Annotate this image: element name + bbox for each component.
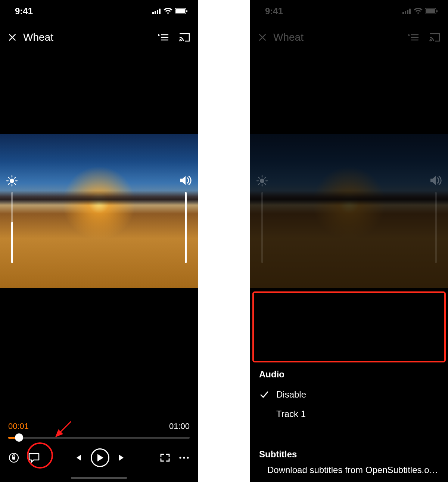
battery-icon [175, 8, 187, 14]
subtitles-section-title: Subtitles [250, 442, 448, 465]
svg-rect-20 [426, 9, 435, 13]
audio-option-label: Disable [276, 389, 306, 400]
status-bar: 9:41 [250, 0, 448, 19]
status-time: 9:41 [15, 6, 33, 16]
svg-rect-17 [407, 10, 408, 14]
cellular-signal-icon [152, 8, 161, 14]
close-icon[interactable] [7, 33, 17, 42]
svg-rect-21 [436, 10, 438, 12]
svg-rect-2 [157, 10, 158, 14]
download-subtitles-option[interactable]: Download subtitles from OpenSubtitles.or… [250, 465, 448, 475]
audio-option-track1[interactable]: Track 1 [250, 404, 448, 424]
annotation-arrow-icon [52, 419, 75, 442]
svg-rect-5 [175, 9, 185, 13]
next-track-icon[interactable] [118, 453, 127, 462]
video-title: Wheat [23, 31, 53, 43]
svg-rect-10 [12, 457, 15, 460]
phone-screenshot-playing: 9:41 Wheat [0, 0, 198, 482]
current-time-label: 00:01 [8, 421, 29, 431]
wifi-icon [414, 8, 423, 15]
cast-icon[interactable] [429, 33, 441, 42]
player-header: Wheat [0, 19, 198, 43]
cast-icon[interactable] [178, 33, 190, 42]
svg-rect-3 [159, 9, 161, 14]
screenshot-divider [198, 0, 250, 482]
svg-point-13 [187, 457, 189, 458]
svg-point-11 [179, 457, 181, 458]
status-bar: 9:41 [0, 0, 198, 19]
phone-screenshot-audio-panel: 9:41 Wheat [250, 0, 448, 482]
svg-rect-0 [152, 12, 154, 14]
playlist-icon[interactable] [158, 33, 169, 42]
playlist-icon[interactable] [408, 33, 419, 42]
more-icon[interactable] [178, 456, 190, 460]
battery-icon [425, 8, 438, 14]
rotation-lock-icon[interactable] [8, 452, 19, 463]
status-time: 9:41 [265, 6, 283, 16]
svg-point-12 [183, 457, 185, 458]
checkmark-icon [259, 391, 270, 398]
video-frame [250, 134, 448, 288]
svg-rect-16 [405, 11, 406, 14]
annotation-circle [27, 442, 53, 469]
tracks-panel: Audio Disable Track 1 Subtitles Download… [250, 362, 448, 482]
annotation-box [252, 291, 446, 362]
close-icon[interactable] [258, 33, 267, 42]
fullscreen-icon[interactable] [160, 453, 170, 462]
audio-option-label: Track 1 [276, 409, 306, 419]
video-frame[interactable] [0, 134, 198, 288]
home-indicator[interactable] [71, 477, 127, 479]
svg-rect-6 [186, 10, 187, 12]
video-title: Wheat [273, 31, 304, 43]
seek-bar[interactable] [8, 435, 190, 440]
previous-track-icon[interactable] [74, 453, 83, 462]
svg-point-22 [429, 40, 431, 41]
player-header: Wheat [250, 19, 448, 43]
audio-option-disable[interactable]: Disable [250, 385, 448, 404]
audio-section-title: Audio [250, 362, 448, 385]
cellular-signal-icon [402, 8, 411, 14]
wifi-icon [164, 8, 172, 15]
svg-rect-15 [402, 12, 404, 14]
svg-line-14 [56, 421, 71, 436]
svg-point-7 [179, 40, 181, 41]
duration-label: 01:00 [169, 421, 190, 431]
play-button[interactable] [91, 448, 109, 467]
svg-rect-18 [409, 9, 411, 14]
svg-rect-1 [155, 11, 156, 14]
